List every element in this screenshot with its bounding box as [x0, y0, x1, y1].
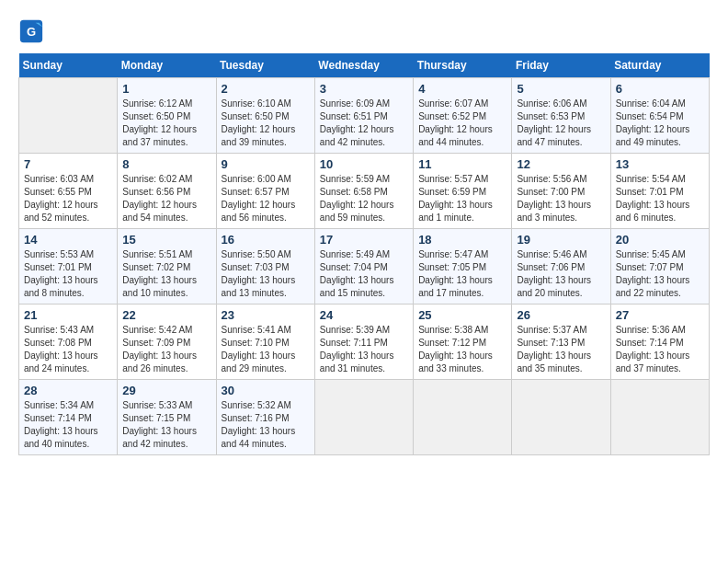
day-number: 10 — [320, 157, 408, 171]
day-number: 23 — [222, 308, 310, 322]
day-number: 2 — [222, 82, 310, 96]
day-info: Sunrise: 5:34 AM Sunset: 7:14 PM Dayligh… — [24, 399, 112, 451]
calendar-cell: 22 Sunrise: 5:42 AM Sunset: 7:09 PM Dayl… — [118, 304, 216, 380]
day-info: Sunrise: 5:49 AM Sunset: 7:04 PM Dayligh… — [320, 248, 408, 300]
day-number: 6 — [616, 82, 704, 96]
day-info: Sunrise: 5:33 AM Sunset: 7:15 PM Dayligh… — [122, 399, 210, 451]
weekday-header-sunday: Sunday — [19, 53, 118, 78]
calendar-cell: 27 Sunrise: 5:36 AM Sunset: 7:14 PM Dayl… — [610, 304, 709, 380]
day-info: Sunrise: 5:36 AM Sunset: 7:14 PM Dayligh… — [616, 324, 704, 375]
day-number: 20 — [616, 233, 704, 247]
weekday-header-thursday: Thursday — [414, 53, 512, 78]
day-info: Sunrise: 6:10 AM Sunset: 6:50 PM Dayligh… — [222, 98, 310, 149]
day-info: Sunrise: 6:02 AM Sunset: 6:56 PM Dayligh… — [122, 173, 210, 224]
calendar-cell: 11 Sunrise: 5:57 AM Sunset: 6:59 PM Dayl… — [414, 154, 512, 229]
day-info: Sunrise: 5:42 AM Sunset: 7:09 PM Dayligh… — [122, 324, 210, 375]
calendar-cell: 30 Sunrise: 5:32 AM Sunset: 7:16 PM Dayl… — [216, 380, 314, 455]
calendar-cell: 19 Sunrise: 5:46 AM Sunset: 7:06 PM Dayl… — [512, 229, 610, 304]
calendar-cell: 25 Sunrise: 5:38 AM Sunset: 7:12 PM Dayl… — [414, 304, 512, 380]
calendar-cell: 9 Sunrise: 6:00 AM Sunset: 6:57 PM Dayli… — [216, 154, 314, 229]
day-number: 30 — [222, 384, 310, 397]
day-number: 29 — [122, 384, 210, 397]
day-info: Sunrise: 5:37 AM Sunset: 7:13 PM Dayligh… — [517, 324, 605, 375]
day-number: 11 — [418, 157, 506, 171]
weekday-header-monday: Monday — [118, 53, 216, 78]
day-info: Sunrise: 5:57 AM Sunset: 6:59 PM Dayligh… — [418, 173, 506, 224]
calendar-cell: 29 Sunrise: 5:33 AM Sunset: 7:15 PM Dayl… — [118, 380, 216, 455]
day-info: Sunrise: 5:39 AM Sunset: 7:11 PM Dayligh… — [320, 324, 408, 375]
day-info: Sunrise: 5:54 AM Sunset: 7:01 PM Dayligh… — [616, 173, 704, 224]
day-number: 27 — [616, 308, 704, 322]
day-info: Sunrise: 6:12 AM Sunset: 6:50 PM Dayligh… — [122, 98, 210, 149]
day-info: Sunrise: 5:56 AM Sunset: 7:00 PM Dayligh… — [517, 173, 605, 224]
calendar-table: SundayMondayTuesdayWednesdayThursdayFrid… — [18, 53, 710, 455]
day-number: 16 — [222, 233, 310, 247]
calendar-cell: 6 Sunrise: 6:04 AM Sunset: 6:54 PM Dayli… — [610, 78, 709, 154]
calendar-cell: 15 Sunrise: 5:51 AM Sunset: 7:02 PM Dayl… — [118, 229, 216, 304]
day-number: 28 — [24, 384, 112, 397]
logo: G — [18, 18, 46, 44]
calendar-cell: 5 Sunrise: 6:06 AM Sunset: 6:53 PM Dayli… — [512, 78, 610, 154]
calendar-cell: 16 Sunrise: 5:50 AM Sunset: 7:03 PM Dayl… — [216, 229, 314, 304]
calendar-cell: 13 Sunrise: 5:54 AM Sunset: 7:01 PM Dayl… — [610, 154, 709, 229]
weekday-header-friday: Friday — [512, 53, 610, 78]
day-number: 4 — [418, 82, 506, 96]
day-info: Sunrise: 5:32 AM Sunset: 7:16 PM Dayligh… — [222, 399, 310, 451]
day-number: 25 — [418, 308, 506, 322]
day-number: 21 — [24, 308, 112, 322]
day-info: Sunrise: 5:46 AM Sunset: 7:06 PM Dayligh… — [517, 248, 605, 300]
calendar-cell: 10 Sunrise: 5:59 AM Sunset: 6:58 PM Dayl… — [314, 154, 413, 229]
day-number: 19 — [517, 233, 605, 247]
calendar-cell: 20 Sunrise: 5:45 AM Sunset: 7:07 PM Dayl… — [610, 229, 709, 304]
week-row-5: 28 Sunrise: 5:34 AM Sunset: 7:14 PM Dayl… — [19, 380, 710, 455]
day-number: 24 — [320, 308, 408, 322]
calendar-cell: 24 Sunrise: 5:39 AM Sunset: 7:11 PM Dayl… — [314, 304, 413, 380]
day-info: Sunrise: 6:03 AM Sunset: 6:55 PM Dayligh… — [24, 173, 112, 224]
day-number: 9 — [222, 157, 310, 171]
day-number: 18 — [418, 233, 506, 247]
calendar-cell — [610, 380, 709, 455]
day-number: 7 — [24, 157, 112, 171]
day-number: 14 — [24, 233, 112, 247]
calendar-cell: 23 Sunrise: 5:41 AM Sunset: 7:10 PM Dayl… — [216, 304, 314, 380]
calendar-cell: 8 Sunrise: 6:02 AM Sunset: 6:56 PM Dayli… — [118, 154, 216, 229]
day-info: Sunrise: 5:45 AM Sunset: 7:07 PM Dayligh… — [616, 248, 704, 300]
weekday-header-tuesday: Tuesday — [216, 53, 314, 78]
day-info: Sunrise: 6:04 AM Sunset: 6:54 PM Dayligh… — [616, 98, 704, 149]
week-row-4: 21 Sunrise: 5:43 AM Sunset: 7:08 PM Dayl… — [19, 304, 710, 380]
day-info: Sunrise: 5:53 AM Sunset: 7:01 PM Dayligh… — [24, 248, 112, 300]
day-number: 13 — [616, 157, 704, 171]
weekday-header-saturday: Saturday — [610, 53, 709, 78]
calendar-cell: 18 Sunrise: 5:47 AM Sunset: 7:05 PM Dayl… — [414, 229, 512, 304]
week-row-3: 14 Sunrise: 5:53 AM Sunset: 7:01 PM Dayl… — [19, 229, 710, 304]
calendar-cell: 1 Sunrise: 6:12 AM Sunset: 6:50 PM Dayli… — [118, 78, 216, 154]
day-number: 15 — [122, 233, 210, 247]
day-info: Sunrise: 6:07 AM Sunset: 6:52 PM Dayligh… — [418, 98, 506, 149]
day-number: 22 — [122, 308, 210, 322]
logo-icon: G — [18, 18, 44, 44]
day-info: Sunrise: 6:06 AM Sunset: 6:53 PM Dayligh… — [517, 98, 605, 149]
day-info: Sunrise: 5:38 AM Sunset: 7:12 PM Dayligh… — [418, 324, 506, 375]
day-info: Sunrise: 5:59 AM Sunset: 6:58 PM Dayligh… — [320, 173, 408, 224]
calendar-cell — [19, 78, 118, 154]
svg-text:G: G — [27, 25, 36, 39]
day-number: 3 — [320, 82, 408, 96]
calendar-cell: 14 Sunrise: 5:53 AM Sunset: 7:01 PM Dayl… — [19, 229, 118, 304]
day-info: Sunrise: 5:47 AM Sunset: 7:05 PM Dayligh… — [418, 248, 506, 300]
calendar-cell: 4 Sunrise: 6:07 AM Sunset: 6:52 PM Dayli… — [414, 78, 512, 154]
calendar-cell: 17 Sunrise: 5:49 AM Sunset: 7:04 PM Dayl… — [314, 229, 413, 304]
calendar-cell: 26 Sunrise: 5:37 AM Sunset: 7:13 PM Dayl… — [512, 304, 610, 380]
day-info: Sunrise: 6:00 AM Sunset: 6:57 PM Dayligh… — [222, 173, 310, 224]
week-row-2: 7 Sunrise: 6:03 AM Sunset: 6:55 PM Dayli… — [19, 154, 710, 229]
day-number: 1 — [122, 82, 210, 96]
calendar-cell: 2 Sunrise: 6:10 AM Sunset: 6:50 PM Dayli… — [216, 78, 314, 154]
week-row-1: 1 Sunrise: 6:12 AM Sunset: 6:50 PM Dayli… — [19, 78, 710, 154]
calendar-cell: 3 Sunrise: 6:09 AM Sunset: 6:51 PM Dayli… — [314, 78, 413, 154]
page-header: G — [18, 18, 710, 44]
day-info: Sunrise: 5:41 AM Sunset: 7:10 PM Dayligh… — [222, 324, 310, 375]
day-info: Sunrise: 6:09 AM Sunset: 6:51 PM Dayligh… — [320, 98, 408, 149]
weekday-header-wednesday: Wednesday — [314, 53, 413, 78]
day-number: 26 — [517, 308, 605, 322]
day-number: 5 — [517, 82, 605, 96]
calendar-cell — [314, 380, 413, 455]
